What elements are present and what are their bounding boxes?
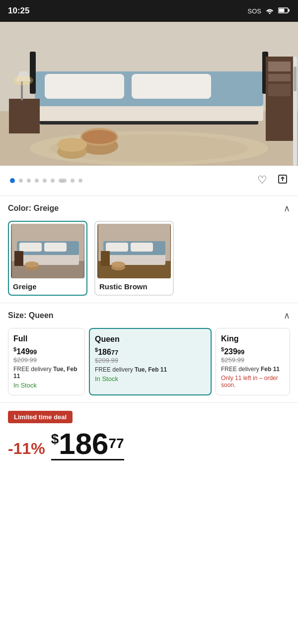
greige-label: Greige (11, 278, 84, 293)
queen-size-name: Queen (95, 335, 206, 344)
deal-badge: Limited time deal (8, 411, 73, 423)
svg-point-28 (13, 75, 33, 85)
svg-rect-24 (268, 84, 291, 96)
size-label: Size: (8, 311, 29, 320)
svg-rect-30 (294, 66, 297, 91)
size-selected: Queen (29, 311, 54, 320)
svg-rect-47 (101, 251, 110, 266)
dot-6[interactable] (51, 179, 55, 183)
svg-rect-1 (279, 8, 285, 12)
deal-price: $18677 (51, 429, 124, 460)
full-orig-price: $209.99 (13, 356, 79, 364)
sos-indicator: SOS (248, 7, 261, 15)
deal-cents-sup: 77 (108, 436, 124, 451)
product-image (0, 22, 298, 166)
deal-price-cents: 77 (108, 440, 124, 457)
color-section: Color: Greige ∧ Greige (0, 196, 298, 303)
wishlist-button[interactable]: ♡ (257, 174, 267, 188)
color-options: Greige Rustic Brown (8, 221, 290, 296)
deal-discount: -11% (8, 440, 45, 458)
svg-rect-22 (268, 62, 291, 71)
size-option-king[interactable]: King $23999 $259.99 FREE delivery Feb 11… (216, 328, 290, 395)
image-navigation: ▷ ♡ (0, 166, 298, 196)
wifi-icon (265, 7, 274, 15)
size-chevron[interactable]: ∧ (284, 310, 290, 321)
svg-rect-37 (44, 243, 67, 252)
svg-rect-46 (131, 243, 153, 252)
svg-point-18 (82, 130, 117, 144)
size-title: Size: Queen (8, 311, 54, 320)
queen-price: $18677 (95, 347, 206, 357)
svg-rect-25 (9, 99, 40, 133)
deal-currency: $ (51, 431, 59, 447)
greige-swatch-image (11, 224, 84, 278)
image-dots[interactable]: ▷ (10, 178, 82, 183)
svg-rect-2 (289, 9, 290, 11)
size-section: Size: Queen ∧ Full $14999 $209.99 FREE d… (0, 303, 298, 403)
deal-price-row: -11% $18677 (8, 429, 290, 460)
battery-icon (278, 7, 290, 15)
queen-delivery: FREE delivery Tue, Feb 11 (95, 366, 206, 373)
status-time: 10:25 (8, 6, 29, 16)
size-header: Size: Queen ∧ (8, 310, 290, 321)
deal-price-dollars: 186 (59, 427, 108, 460)
color-chevron[interactable]: ∧ (284, 203, 290, 214)
size-option-queen[interactable]: Queen $18677 $209.99 FREE delivery Tue, … (89, 328, 212, 395)
color-label: Color: (8, 204, 34, 212)
color-header: Color: Greige ∧ (8, 203, 290, 214)
dot-3[interactable] (27, 179, 31, 183)
color-option-rustic-brown[interactable]: Rustic Brown (94, 221, 174, 296)
deal-section: Limited time deal -11% $18677 (0, 403, 298, 465)
svg-point-20 (57, 138, 87, 152)
svg-rect-13 (132, 74, 211, 99)
svg-point-40 (25, 261, 39, 267)
rustic-brown-label: Rustic Brown (97, 278, 171, 293)
dot-8[interactable] (71, 179, 74, 183)
svg-rect-23 (268, 74, 291, 81)
size-options: Full $14999 $209.99 FREE delivery Tue, F… (8, 328, 290, 395)
svg-rect-38 (14, 251, 23, 266)
full-price: $14999 (13, 346, 79, 356)
dot-video[interactable]: ▷ (59, 179, 67, 183)
share-button[interactable] (277, 174, 288, 188)
color-option-greige[interactable]: Greige (8, 221, 87, 296)
svg-rect-45 (106, 243, 128, 252)
svg-rect-12 (45, 74, 124, 99)
dot-1[interactable] (10, 178, 15, 183)
dot-9[interactable] (78, 179, 82, 183)
status-bar: 10:25 SOS (0, 0, 298, 22)
dot-5[interactable] (43, 179, 47, 183)
product-actions: ♡ (257, 174, 288, 188)
svg-point-49 (111, 261, 125, 267)
svg-rect-36 (19, 243, 42, 252)
queen-orig-price: $209.99 (95, 357, 206, 364)
king-stock-status: Only 11 left in – order soon. (221, 375, 285, 388)
color-title: Color: Greige (8, 204, 59, 213)
king-orig-price: $259.99 (221, 356, 285, 364)
king-delivery: FREE delivery Feb 11 (221, 366, 285, 373)
full-stock-status: In Stock (13, 382, 79, 389)
rustic-swatch-image (97, 224, 171, 278)
king-size-name: King (221, 334, 285, 343)
full-delivery: FREE delivery Tue, Feb 11 (13, 366, 79, 380)
status-icons: SOS (248, 7, 290, 15)
queen-stock-status: In Stock (95, 375, 206, 383)
dot-4[interactable] (35, 179, 39, 183)
king-price: $23999 (221, 346, 285, 356)
full-size-name: Full (13, 334, 79, 343)
color-selected: Greige (34, 204, 59, 212)
dot-2[interactable] (19, 179, 23, 183)
size-option-full[interactable]: Full $14999 $209.99 FREE delivery Tue, F… (8, 328, 85, 395)
svg-rect-14 (30, 52, 36, 94)
